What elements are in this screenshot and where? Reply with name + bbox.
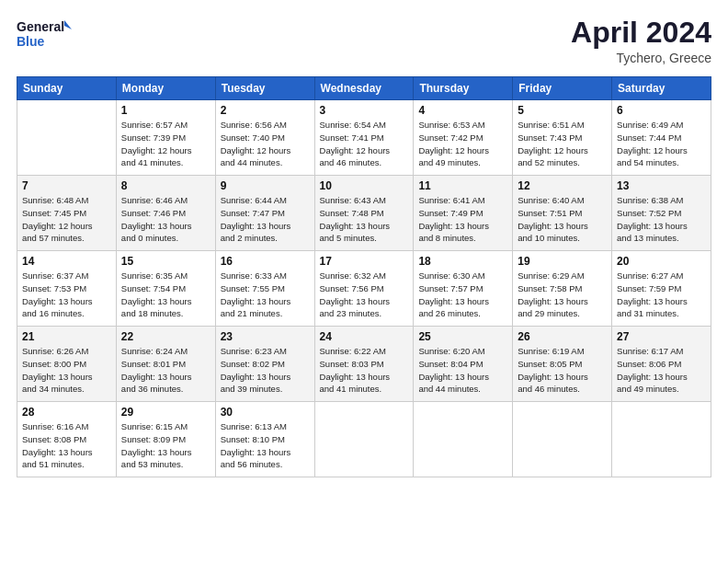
day-number: 24 <box>320 330 409 343</box>
day-number: 7 <box>22 179 111 192</box>
day-info: Sunrise: 6:44 AMSunset: 7:47 PMDaylight:… <box>221 194 310 245</box>
calendar-cell: 1Sunrise: 6:57 AMSunset: 7:39 PMDaylight… <box>116 100 215 176</box>
svg-text:Blue: Blue <box>17 34 45 49</box>
calendar-cell <box>414 402 513 477</box>
day-number: 1 <box>121 104 210 117</box>
svg-marker-2 <box>64 20 72 29</box>
day-info: Sunrise: 6:54 AMSunset: 7:41 PMDaylight:… <box>320 119 409 169</box>
calendar-cell: 12Sunrise: 6:40 AMSunset: 7:51 PMDayligh… <box>513 176 612 251</box>
day-number: 22 <box>121 330 210 343</box>
day-number: 13 <box>617 179 706 192</box>
calendar-cell: 19Sunrise: 6:29 AMSunset: 7:58 PMDayligh… <box>513 251 612 327</box>
day-number: 21 <box>22 330 111 343</box>
day-info: Sunrise: 6:40 AMSunset: 7:51 PMDaylight:… <box>518 194 607 245</box>
calendar-body: 1Sunrise: 6:57 AMSunset: 7:39 PMDaylight… <box>17 100 711 477</box>
calendar-cell: 15Sunrise: 6:35 AMSunset: 7:54 PMDayligh… <box>116 251 215 327</box>
day-info: Sunrise: 6:19 AMSunset: 8:05 PMDaylight:… <box>518 345 607 396</box>
day-number: 2 <box>221 104 310 117</box>
calendar-cell: 7Sunrise: 6:48 AMSunset: 7:45 PMDaylight… <box>17 176 117 251</box>
day-info: Sunrise: 6:49 AMSunset: 7:44 PMDaylight:… <box>617 119 706 169</box>
day-info: Sunrise: 6:38 AMSunset: 7:52 PMDaylight:… <box>617 194 706 245</box>
day-number: 25 <box>418 330 507 343</box>
day-info: Sunrise: 6:16 AMSunset: 8:08 PMDaylight:… <box>22 420 111 471</box>
weekday-header-cell: Sunday <box>17 77 117 100</box>
day-number: 26 <box>518 330 607 343</box>
day-number: 8 <box>121 179 210 192</box>
day-number: 27 <box>617 330 706 343</box>
day-info: Sunrise: 6:24 AMSunset: 8:01 PMDaylight:… <box>121 345 210 396</box>
day-info: Sunrise: 6:13 AMSunset: 8:10 PMDaylight:… <box>221 420 310 471</box>
day-info: Sunrise: 6:51 AMSunset: 7:43 PMDaylight:… <box>518 119 607 169</box>
calendar-cell: 9Sunrise: 6:44 AMSunset: 7:47 PMDaylight… <box>215 176 314 251</box>
calendar-cell: 2Sunrise: 6:56 AMSunset: 7:40 PMDaylight… <box>215 100 314 176</box>
day-number: 5 <box>518 104 607 117</box>
page: General Blue April 2024 Tychero, Greece … <box>0 0 728 563</box>
calendar-week-row: 14Sunrise: 6:37 AMSunset: 7:53 PMDayligh… <box>17 251 711 327</box>
day-info: Sunrise: 6:53 AMSunset: 7:42 PMDaylight:… <box>418 119 507 169</box>
calendar-week-row: 7Sunrise: 6:48 AMSunset: 7:45 PMDaylight… <box>17 176 711 251</box>
calendar-cell: 17Sunrise: 6:32 AMSunset: 7:56 PMDayligh… <box>314 251 414 327</box>
calendar-cell: 20Sunrise: 6:27 AMSunset: 7:59 PMDayligh… <box>612 251 711 327</box>
day-number: 28 <box>22 406 111 419</box>
day-number: 20 <box>617 255 706 268</box>
calendar-cell: 30Sunrise: 6:13 AMSunset: 8:10 PMDayligh… <box>215 402 314 477</box>
svg-text:General: General <box>17 19 64 34</box>
calendar-cell: 6Sunrise: 6:49 AMSunset: 7:44 PMDaylight… <box>612 100 711 176</box>
day-number: 3 <box>320 104 409 117</box>
weekday-header-cell: Tuesday <box>215 77 314 100</box>
calendar-week-row: 1Sunrise: 6:57 AMSunset: 7:39 PMDaylight… <box>17 100 711 176</box>
calendar-cell: 16Sunrise: 6:33 AMSunset: 7:55 PMDayligh… <box>215 251 314 327</box>
day-info: Sunrise: 6:37 AMSunset: 7:53 PMDaylight:… <box>22 270 111 320</box>
day-info: Sunrise: 6:29 AMSunset: 7:58 PMDaylight:… <box>518 270 607 320</box>
day-info: Sunrise: 6:41 AMSunset: 7:49 PMDaylight:… <box>418 194 507 245</box>
calendar-cell: 21Sunrise: 6:26 AMSunset: 8:00 PMDayligh… <box>17 327 117 402</box>
calendar-table: SundayMondayTuesdayWednesdayThursdayFrid… <box>17 76 711 477</box>
header: General Blue April 2024 Tychero, Greece <box>17 17 711 65</box>
day-number: 17 <box>320 255 409 268</box>
day-number: 9 <box>221 179 310 192</box>
day-info: Sunrise: 6:15 AMSunset: 8:09 PMDaylight:… <box>121 420 210 471</box>
calendar-cell: 18Sunrise: 6:30 AMSunset: 7:57 PMDayligh… <box>414 251 513 327</box>
day-info: Sunrise: 6:32 AMSunset: 7:56 PMDaylight:… <box>320 270 409 320</box>
calendar-week-row: 21Sunrise: 6:26 AMSunset: 8:00 PMDayligh… <box>17 327 711 402</box>
day-number: 14 <box>22 255 111 268</box>
day-number: 4 <box>418 104 507 117</box>
day-number: 29 <box>121 406 210 419</box>
calendar-cell: 5Sunrise: 6:51 AMSunset: 7:43 PMDaylight… <box>513 100 612 176</box>
day-number: 15 <box>121 255 210 268</box>
day-number: 16 <box>221 255 310 268</box>
day-info: Sunrise: 6:48 AMSunset: 7:45 PMDaylight:… <box>22 194 111 245</box>
day-info: Sunrise: 6:30 AMSunset: 7:57 PMDaylight:… <box>418 270 507 320</box>
month-title: April 2024 <box>571 17 711 49</box>
calendar-cell: 29Sunrise: 6:15 AMSunset: 8:09 PMDayligh… <box>116 402 215 477</box>
calendar-cell: 28Sunrise: 6:16 AMSunset: 8:08 PMDayligh… <box>17 402 117 477</box>
day-info: Sunrise: 6:43 AMSunset: 7:48 PMDaylight:… <box>320 194 409 245</box>
calendar-cell: 8Sunrise: 6:46 AMSunset: 7:46 PMDaylight… <box>116 176 215 251</box>
calendar-cell: 22Sunrise: 6:24 AMSunset: 8:01 PMDayligh… <box>116 327 215 402</box>
title-block: April 2024 Tychero, Greece <box>571 17 711 65</box>
day-number: 30 <box>221 406 310 419</box>
location: Tychero, Greece <box>571 51 711 65</box>
logo-svg: General Blue <box>17 17 72 52</box>
day-number: 23 <box>221 330 310 343</box>
day-info: Sunrise: 6:57 AMSunset: 7:39 PMDaylight:… <box>121 119 210 169</box>
day-info: Sunrise: 6:46 AMSunset: 7:46 PMDaylight:… <box>121 194 210 245</box>
weekday-header-cell: Thursday <box>414 77 513 100</box>
day-info: Sunrise: 6:26 AMSunset: 8:00 PMDaylight:… <box>22 345 111 396</box>
day-info: Sunrise: 6:22 AMSunset: 8:03 PMDaylight:… <box>320 345 409 396</box>
day-info: Sunrise: 6:23 AMSunset: 8:02 PMDaylight:… <box>221 345 310 396</box>
day-number: 11 <box>418 179 507 192</box>
calendar-cell: 4Sunrise: 6:53 AMSunset: 7:42 PMDaylight… <box>414 100 513 176</box>
day-info: Sunrise: 6:17 AMSunset: 8:06 PMDaylight:… <box>617 345 706 396</box>
day-info: Sunrise: 6:33 AMSunset: 7:55 PMDaylight:… <box>221 270 310 320</box>
day-info: Sunrise: 6:35 AMSunset: 7:54 PMDaylight:… <box>121 270 210 320</box>
calendar-cell: 10Sunrise: 6:43 AMSunset: 7:48 PMDayligh… <box>314 176 414 251</box>
weekday-header-cell: Friday <box>513 77 612 100</box>
day-info: Sunrise: 6:20 AMSunset: 8:04 PMDaylight:… <box>418 345 507 396</box>
day-info: Sunrise: 6:27 AMSunset: 7:59 PMDaylight:… <box>617 270 706 320</box>
day-number: 19 <box>518 255 607 268</box>
day-number: 6 <box>617 104 706 117</box>
weekday-header-cell: Monday <box>116 77 215 100</box>
day-number: 18 <box>418 255 507 268</box>
calendar-cell: 24Sunrise: 6:22 AMSunset: 8:03 PMDayligh… <box>314 327 414 402</box>
